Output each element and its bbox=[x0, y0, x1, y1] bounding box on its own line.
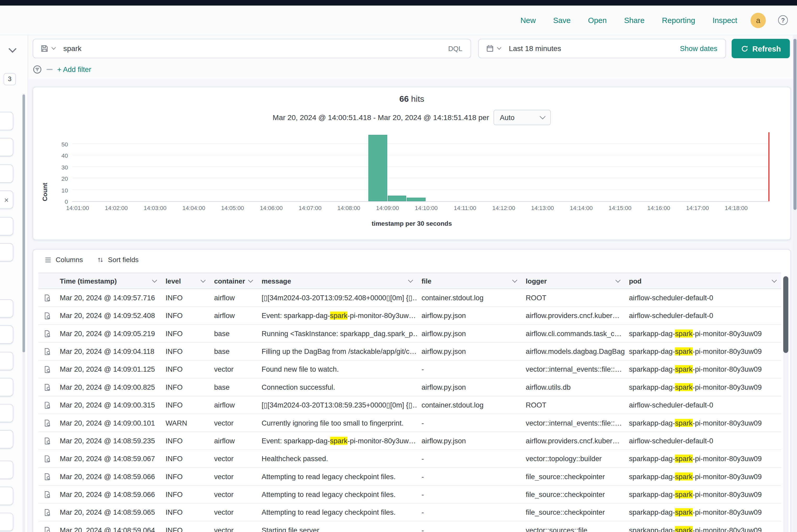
expand-document-button[interactable] bbox=[42, 293, 52, 303]
sidebar-collapse-button[interactable] bbox=[6, 44, 18, 54]
hits-count: 66 bbox=[399, 94, 409, 103]
expand-document-button[interactable] bbox=[42, 311, 52, 320]
table-row: Mar 20, 2024 @ 14:09:00.315 INFO airflow… bbox=[38, 396, 781, 414]
cell-message: [▯[34m2024-03-20T13:08:59.235+0000▯[0m] … bbox=[258, 401, 418, 409]
cell-level: INFO bbox=[162, 383, 210, 391]
field-item-partial[interactable] bbox=[0, 165, 13, 183]
query-input[interactable] bbox=[61, 44, 440, 53]
page-scrollbar-thumb[interactable] bbox=[793, 39, 796, 210]
saved-query-menu-button[interactable] bbox=[33, 44, 61, 53]
highlight-match: spark bbox=[675, 472, 692, 480]
field-item-partial[interactable] bbox=[0, 243, 13, 261]
table-scrollbar-thumb[interactable] bbox=[783, 276, 789, 353]
nav-link[interactable]: Reporting bbox=[662, 16, 695, 24]
field-item-partial[interactable] bbox=[0, 430, 13, 448]
field-item-partial[interactable] bbox=[0, 325, 13, 344]
x-tick-label: 14:14:00 bbox=[570, 205, 593, 211]
field-item-partial[interactable] bbox=[0, 513, 13, 531]
sidebar-scrollbar-thumb[interactable] bbox=[22, 94, 25, 352]
inspect-document-icon bbox=[43, 401, 51, 409]
x-tick-label: 14:15:00 bbox=[609, 205, 631, 211]
expand-document-button[interactable] bbox=[42, 436, 52, 446]
table-row: Mar 20, 2024 @ 14:08:59.066 INFO vector … bbox=[38, 486, 781, 504]
field-item-partial[interactable] bbox=[0, 487, 13, 505]
show-dates-link[interactable]: Show dates bbox=[680, 44, 726, 53]
histogram-bar[interactable] bbox=[368, 135, 387, 202]
column-header-label: message bbox=[262, 277, 291, 285]
nav-link[interactable]: Open bbox=[588, 16, 607, 24]
expand-document-button[interactable] bbox=[42, 346, 52, 356]
columns-button[interactable]: Columns bbox=[44, 256, 83, 263]
cell-level: WARN bbox=[162, 419, 210, 427]
cell-level: INFO bbox=[162, 329, 210, 337]
cell-file: airflow.py.json bbox=[418, 437, 521, 445]
field-item-partial[interactable] bbox=[0, 378, 13, 396]
column-header-container[interactable]: container bbox=[210, 273, 258, 289]
column-header-file[interactable]: file bbox=[418, 273, 521, 289]
field-item-partial[interactable] bbox=[0, 112, 13, 130]
time-range-label[interactable]: Last 18 minutes bbox=[509, 44, 561, 53]
histogram-bar[interactable] bbox=[388, 195, 406, 201]
inspect-document-icon bbox=[43, 455, 51, 462]
refresh-button[interactable]: Refresh bbox=[731, 39, 790, 58]
remove-field-icon[interactable]: × bbox=[4, 195, 8, 204]
column-header-logger[interactable]: logger bbox=[522, 273, 625, 289]
inspect-document-icon bbox=[43, 509, 51, 516]
cell-logger: airflow.models.dagbag.DagBag bbox=[522, 347, 625, 356]
field-item-partial[interactable] bbox=[0, 461, 13, 479]
nav-link[interactable]: Inspect bbox=[712, 16, 737, 24]
cell-message: Event: sparkapp-dag-spark-pi-monitor-80y… bbox=[258, 311, 418, 320]
cell-container: vector bbox=[210, 455, 258, 463]
histogram-bar[interactable] bbox=[407, 198, 426, 201]
expand-document-button[interactable] bbox=[42, 490, 52, 499]
add-filter-button[interactable]: + Add filter bbox=[57, 65, 91, 74]
column-header-level[interactable]: level bbox=[162, 273, 210, 289]
cell-pod: sparkapp-dag-spark-pi-monitor-80y3uw09 bbox=[625, 365, 781, 373]
user-avatar[interactable]: a bbox=[750, 13, 766, 28]
query-language-button[interactable]: DQL bbox=[440, 45, 471, 52]
interval-select[interactable]: Auto bbox=[494, 110, 551, 125]
cell-pod: airflow-scheduler-default-0 bbox=[625, 437, 781, 445]
sort-fields-button[interactable]: Sort fields bbox=[97, 256, 139, 263]
y-gridline bbox=[72, 166, 769, 167]
field-item-partial[interactable] bbox=[0, 138, 13, 156]
inspect-document-icon bbox=[43, 419, 51, 426]
expand-document-button[interactable] bbox=[42, 382, 52, 392]
nav-link[interactable]: Share bbox=[624, 16, 645, 24]
column-header-message[interactable]: message bbox=[258, 273, 418, 289]
field-item-partial[interactable] bbox=[0, 404, 13, 422]
expand-document-button[interactable] bbox=[42, 454, 52, 463]
table-toolbar: Columns Sort fields bbox=[44, 256, 139, 263]
cell-time: Mar 20, 2024 @ 14:09:04.118 bbox=[56, 347, 162, 356]
column-header-time[interactable]: Time (timestamp) bbox=[56, 273, 162, 289]
expand-document-button[interactable] bbox=[42, 364, 52, 374]
expand-document-button[interactable] bbox=[42, 400, 52, 410]
expand-document-button[interactable] bbox=[42, 328, 52, 338]
cell-message: Attempting to read legacy checkpoint fil… bbox=[258, 472, 418, 480]
inspect-document-icon bbox=[43, 312, 51, 319]
expand-document-button[interactable] bbox=[42, 508, 52, 517]
date-quick-select-button[interactable] bbox=[479, 44, 507, 53]
column-header-pod[interactable]: pod bbox=[625, 273, 781, 289]
expand-document-button[interactable] bbox=[42, 472, 52, 481]
column-header-label: container bbox=[214, 277, 245, 285]
field-item-partial[interactable] bbox=[0, 352, 13, 370]
nav-link[interactable]: New bbox=[520, 16, 536, 24]
cell-pod: sparkapp-dag-spark-pi-monitor-80y3uw09 bbox=[625, 472, 781, 480]
cell-time: Mar 20, 2024 @ 14:09:52.408 bbox=[56, 311, 162, 320]
filter-sets-icon[interactable] bbox=[33, 65, 42, 74]
expand-document-button[interactable] bbox=[42, 525, 52, 532]
help-icon[interactable]: ? bbox=[778, 15, 788, 25]
inspect-document-icon bbox=[43, 329, 51, 337]
field-item-partial[interactable]: × bbox=[0, 190, 13, 209]
nav-link[interactable]: Save bbox=[553, 16, 571, 24]
highlight-match: spark bbox=[675, 365, 692, 373]
cell-logger: file_source::checkpointer bbox=[522, 508, 625, 516]
cell-logger: vector::topology::builder bbox=[522, 455, 625, 463]
field-item-partial[interactable] bbox=[0, 299, 13, 318]
field-item-partial[interactable] bbox=[0, 217, 13, 235]
cell-logger: file_source::checkpointer bbox=[522, 490, 625, 498]
y-axis-title: Count bbox=[41, 132, 49, 202]
expand-document-button[interactable] bbox=[42, 418, 52, 428]
cell-logger: ROOT bbox=[522, 294, 625, 302]
